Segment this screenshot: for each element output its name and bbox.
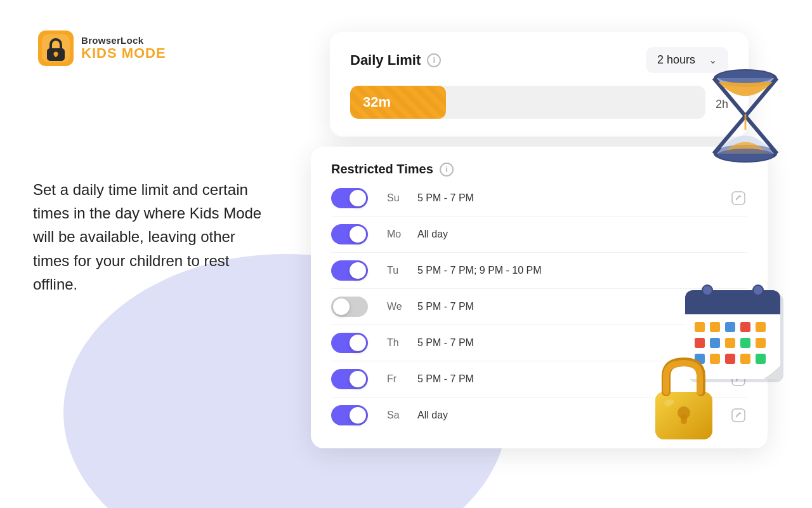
svg-point-12: [717, 149, 773, 161]
chevron-down-icon: ⌄: [709, 54, 717, 66]
restricted-title: Restricted Times: [331, 162, 433, 177]
progress-row: 32m 2h: [350, 86, 728, 119]
day-fr: Fr: [387, 373, 405, 385]
svg-rect-4: [55, 54, 57, 57]
svg-rect-22: [740, 322, 750, 332]
day-th: Th: [387, 337, 405, 349]
daily-limit-label: Daily Limit: [350, 52, 421, 69]
daily-limit-info-icon[interactable]: i: [427, 53, 441, 67]
logo-lock-icon: [38, 30, 74, 66]
schedule-row-su: Su 5 PM - 7 PM: [331, 180, 747, 217]
toggle-we[interactable]: [331, 297, 368, 317]
day-sa: Sa: [387, 410, 405, 421]
svg-rect-33: [756, 354, 766, 364]
logo-browser-label: BrowserLock: [81, 36, 166, 46]
progress-bar-fill: 32m: [350, 86, 446, 119]
description-text: Set a daily time limit and certain times…: [33, 178, 274, 296]
hours-value: 2 hours: [657, 53, 695, 67]
svg-point-17: [702, 285, 712, 295]
day-tu: Tu: [387, 265, 405, 276]
day-su: Su: [387, 192, 405, 204]
progress-label: 32m: [363, 94, 391, 110]
svg-rect-24: [695, 338, 705, 348]
svg-rect-16: [685, 303, 780, 314]
restricted-info-icon[interactable]: i: [440, 163, 454, 177]
hourglass-decoration: [704, 67, 787, 168]
time-su: 5 PM - 7 PM: [417, 192, 717, 204]
svg-rect-37: [681, 414, 687, 424]
svg-rect-31: [725, 354, 735, 364]
svg-rect-27: [740, 338, 750, 348]
restricted-header: Restricted Times i: [331, 162, 747, 177]
toggle-th[interactable]: [331, 333, 368, 353]
toggle-fr[interactable]: [331, 369, 368, 389]
day-mo: Mo: [387, 229, 405, 240]
logo: BrowserLock KIDS MODE: [38, 30, 166, 66]
edit-icon-sa[interactable]: [730, 406, 747, 424]
logo-kids-label: KIDS MODE: [81, 46, 166, 61]
daily-limit-card: Daily Limit i 2 hours ⌄ 32m 2h: [330, 32, 749, 137]
daily-limit-header: Daily Limit i 2 hours ⌄: [350, 47, 728, 73]
toggle-mo[interactable]: [331, 224, 368, 244]
logo-text: BrowserLock KIDS MODE: [81, 36, 166, 62]
progress-bar-container: 32m: [350, 86, 705, 119]
lock-decoration: [650, 357, 726, 448]
daily-limit-title: Daily Limit i: [350, 52, 441, 69]
svg-rect-19: [695, 322, 705, 332]
svg-rect-23: [756, 322, 766, 332]
toggle-sa[interactable]: [331, 405, 368, 425]
card-wrapper: Daily Limit i 2 hours ⌄ 32m 2h Rest: [311, 32, 768, 448]
edit-icon-su[interactable]: [730, 189, 747, 207]
svg-rect-26: [725, 338, 735, 348]
svg-rect-20: [710, 322, 720, 332]
toggle-tu[interactable]: [331, 260, 368, 281]
svg-rect-25: [710, 338, 720, 348]
svg-point-11: [717, 70, 773, 83]
toggle-su[interactable]: [331, 188, 368, 208]
svg-rect-21: [725, 322, 735, 332]
svg-rect-32: [740, 354, 750, 364]
schedule-row-mo: Mo All day: [331, 217, 747, 253]
day-we: We: [387, 301, 405, 312]
svg-point-18: [753, 285, 763, 295]
time-mo: All day: [417, 229, 747, 240]
svg-rect-28: [756, 338, 766, 348]
